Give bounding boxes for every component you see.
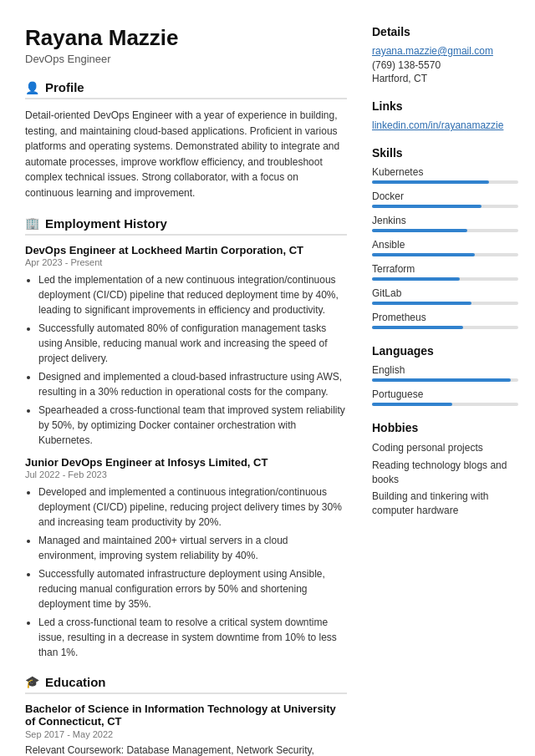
skill-name: Ansible [372, 239, 518, 251]
edu-0-title: Bachelor of Science in Information Techn… [25, 703, 347, 728]
skill-bar-bg [372, 326, 518, 329]
candidate-name: Rayana Mazzie [25, 25, 347, 51]
skill-bar-fill [372, 229, 467, 232]
skill-name: Jenkins [372, 215, 518, 226]
skill-row: Terraform [372, 263, 518, 281]
skill-name: Docker [372, 190, 518, 202]
links-section-title: Links [372, 99, 518, 113]
edu-0-text: Relevant Coursework: Database Management… [25, 743, 347, 756]
skill-name: GitLab [372, 287, 518, 299]
profile-section-label: Profile [45, 80, 84, 94]
skill-name: Terraform [372, 263, 518, 275]
language-row: Portuguese [372, 388, 518, 406]
details-section-title: Details [372, 25, 518, 38]
languages-list: English Portuguese [372, 364, 518, 406]
list-item: Managed and maintained 200+ virtual serv… [38, 533, 347, 563]
list-item: Led the implementation of a new continuo… [38, 272, 347, 317]
language-bar-fill [372, 378, 511, 382]
language-name: English [372, 364, 518, 376]
skill-name: Prometheus [372, 312, 518, 323]
list-item: Successfully automated 80% of configurat… [38, 321, 347, 366]
employment-section-header: 🏢 Employment History [25, 216, 347, 236]
hobbies-section-title: Hobbies [372, 421, 518, 434]
skill-bar-fill [372, 277, 460, 281]
detail-phone: (769) 138-5570 [372, 59, 518, 71]
employment-icon: 🏢 [25, 216, 39, 230]
skill-bar-bg [372, 180, 518, 184]
job-0-dates: Apr 2023 - Present [25, 257, 347, 267]
list-item: Developed and implemented a continuous i… [38, 485, 347, 530]
skill-bar-fill [372, 302, 471, 305]
job-0-bullets: Led the implementation of a new continuo… [25, 272, 347, 448]
languages-section-title: Languages [372, 344, 518, 358]
job-1-bullets: Developed and implemented a continuous i… [25, 485, 347, 660]
education-section-label: Education [45, 675, 106, 689]
edu-0-dates: Sep 2017 - May 2022 [25, 729, 347, 739]
right-column: Details rayana.mazzie@gmail.com (769) 13… [372, 25, 518, 756]
language-bar-bg [372, 403, 518, 406]
detail-location: Hartford, CT [372, 73, 518, 84]
profile-section-header: 👤 Profile [25, 80, 347, 99]
skill-bar-bg [372, 229, 518, 232]
job-1-title: Junior DevOps Engineer at Infosys Limite… [25, 456, 347, 469]
list-item: Successfully automated infrastructure de… [38, 566, 347, 611]
skill-row: GitLab [372, 287, 518, 305]
hobby-item: Building and tinkering with computer har… [372, 490, 518, 518]
detail-email[interactable]: rayana.mazzie@gmail.com [372, 45, 518, 57]
skill-bar-fill [372, 326, 463, 329]
skill-row: Jenkins [372, 215, 518, 232]
profile-icon: 👤 [25, 81, 39, 94]
skill-bar-fill [372, 205, 482, 208]
skills-list: Kubernetes Docker Jenkins Ansible Terraf… [372, 166, 518, 329]
skill-row: Ansible [372, 239, 518, 256]
employment-section-label: Employment History [45, 216, 167, 231]
list-item: Designed and implemented a cloud-based i… [38, 369, 347, 399]
hobbies-list: Coding personal projectsReading technolo… [372, 441, 518, 518]
language-row: English [372, 364, 518, 382]
language-bar-bg [372, 378, 518, 382]
page: Rayana Mazzie DevOps Engineer 👤 Profile … [0, 0, 535, 756]
skill-bar-fill [372, 253, 475, 256]
list-item: Led a cross-functional team to resolve a… [38, 615, 347, 660]
skill-row: Docker [372, 190, 518, 208]
skill-bar-bg [372, 253, 518, 256]
left-column: Rayana Mazzie DevOps Engineer 👤 Profile … [25, 25, 347, 756]
list-item: Spearheaded a cross-functional team that… [38, 403, 347, 448]
edu-0: Bachelor of Science in Information Techn… [25, 703, 347, 756]
skill-bar-bg [372, 205, 518, 208]
job-1-dates: Jul 2022 - Feb 2023 [25, 469, 347, 479]
job-0: DevOps Engineer at Lockheed Martin Corpo… [25, 244, 347, 448]
skill-name: Kubernetes [372, 166, 518, 178]
language-name: Portuguese [372, 388, 518, 400]
education-icon: 🎓 [25, 675, 39, 688]
skills-section-title: Skills [372, 146, 518, 160]
skill-bar-bg [372, 277, 518, 281]
profile-text: Detail-oriented DevOps Engineer with a y… [25, 108, 347, 201]
header: Rayana Mazzie DevOps Engineer [25, 25, 347, 65]
skill-row: Prometheus [372, 312, 518, 329]
skill-bar-bg [372, 302, 518, 305]
skill-row: Kubernetes [372, 166, 518, 184]
education-section-header: 🎓 Education [25, 675, 347, 694]
hobby-item: Reading technology blogs and books [372, 459, 518, 487]
skill-bar-fill [372, 180, 489, 184]
hobby-item: Coding personal projects [372, 441, 518, 455]
link-linkedin[interactable]: linkedin.com/in/rayanamazzie [372, 119, 518, 131]
language-bar-fill [372, 403, 452, 406]
job-0-title: DevOps Engineer at Lockheed Martin Corpo… [25, 244, 347, 256]
job-1: Junior DevOps Engineer at Infosys Limite… [25, 456, 347, 660]
candidate-title: DevOps Engineer [25, 53, 347, 65]
